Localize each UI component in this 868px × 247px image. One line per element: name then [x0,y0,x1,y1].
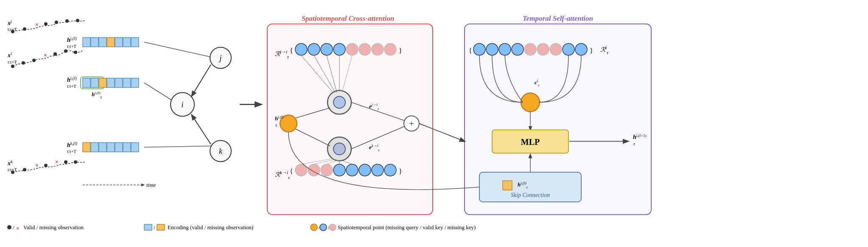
line-rji5-agg [342,56,352,93]
hj-enc-5 [123,38,131,47]
line-hi-agg-bot [296,129,330,146]
node-j-label: j [218,54,221,62]
ci-label: ciτ [535,79,540,87]
ri-pink-2 [537,44,549,56]
hi-l1-label: hi,(l+1) [633,133,647,140]
r-ki-brace-close: } [399,168,402,175]
hi-enc-3 [107,78,115,88]
xk-dot-5 [74,161,77,164]
hk-enc-5 [123,143,131,152]
xi-signal-line [13,50,83,66]
rki-blue-4 [372,164,384,176]
xi-dot-5 [64,50,67,53]
hi-enc-2 [91,78,98,88]
xi-dot-1 [11,65,14,68]
r-ji-brace: { [290,47,293,54]
legend-slash-4: / [328,224,330,230]
xk-label-sub: t:t+T [8,167,17,172]
line-rji3-agg [327,56,337,93]
line-agg-j-plus [351,103,404,121]
legend-text-3: Spatiotemporal point (missing query / va… [338,224,476,230]
line-rki5-agg [342,161,352,164]
rji-pink-2 [359,44,371,56]
xk-signal-line [13,162,85,172]
skip-hi-label: hi,(l)τ [518,181,528,189]
legend-text-1: Valid / missing observation [23,224,84,230]
ri-blue-6 [575,44,587,56]
hj-label-sub: t:t+T [67,44,76,49]
xk-label: xk [7,159,13,167]
rji-pink-4 [384,44,396,56]
ri-label: ℛiτ [600,45,609,55]
self-att-line-3 [505,56,523,103]
rki-blue-5 [384,164,396,176]
time-label: time [146,182,156,188]
diagram-area: × xi t:t+T hi,(l) [0,0,868,247]
xj-missing: × [35,22,39,28]
r-ki-label: ℛk→iτ [275,170,290,180]
xi-label-sub: t:t+T [8,59,17,64]
hj-enc-2 [91,38,98,47]
hk-enc-2 [99,143,106,152]
mlp-box [492,130,568,153]
xj-label: xj [7,19,12,26]
rji-pink-1 [346,44,358,56]
xj-dot-5 [65,19,69,23]
rji-blue-4 [333,44,345,56]
hj-enc-4 [115,38,123,47]
e-ki-label: ek→iτ [369,144,380,152]
xi-label: xi [7,51,12,58]
rji-blue-2 [308,44,320,56]
agg-node-k-inner [333,143,345,155]
legend-dot [7,225,11,230]
legend-orange-rect [157,225,165,230]
hj-enc-orange [107,38,115,47]
xj-signal-line [13,21,85,32]
hk-enc-1 [91,143,98,152]
agg-node-j [328,91,351,114]
cross-attention-box [267,24,433,215]
line-rji2-agg [314,56,335,93]
line-hk-k [144,146,211,147]
hj-enc-6 [131,38,139,47]
hk-enc-4 [115,143,123,152]
hi-tau-ca-label: hi,(l) [275,115,283,122]
plus-circle [404,116,419,131]
line-rki3-agg [327,161,338,164]
hk-enc-orange [83,143,90,152]
xj-dot-4 [55,21,58,24]
hi-enc-4 [115,78,123,88]
line-hj-j [144,42,211,57]
xj-label-sub: t:t+T [8,27,17,32]
legend-slash-3: / [319,224,320,230]
legend-slash-2: / [154,224,155,230]
self-att-line-5 [539,56,568,103]
hi-tau-query [280,115,297,132]
ri-blue-5 [563,44,574,56]
agg-node-k [328,137,351,161]
hi-l1-label-sub: τ [633,141,636,146]
legend-orange-circle [311,224,317,231]
rji-blue-1 [295,44,307,56]
hk-enc-6 [131,143,139,152]
rki-pink-1 [295,164,307,176]
skip-box [479,172,581,202]
legend-slash: / [13,224,14,230]
line-hi-i [144,83,172,100]
hj-label: hj,(l) [67,36,77,43]
cross-attention-title: Spatiotemporal Cross-attention [302,14,395,22]
legend-pink-circle [329,224,336,231]
e-ji-label: ej→iτ [369,103,379,111]
plus-symbol: + [409,118,414,129]
xk-dot-2 [23,168,26,172]
edge-k-i [192,115,211,144]
node-k [210,141,231,162]
r-ji-label: ℛj→iτ [275,49,289,59]
hi-enc-6 [131,78,139,88]
node-i [171,93,194,117]
ri-brace-left: { [469,47,472,54]
xk-dot-4 [64,161,67,164]
ri-pink-3 [550,44,562,56]
xi-missing-1: × [44,52,47,58]
hi-enc-5 [123,78,131,88]
